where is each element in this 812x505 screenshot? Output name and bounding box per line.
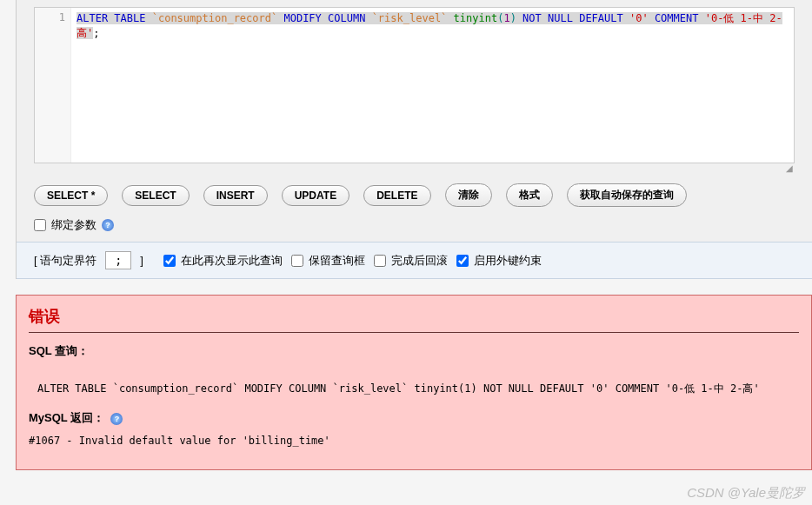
sql-query-label: SQL 查询： xyxy=(29,344,89,357)
delimiter-label-close: ] xyxy=(140,254,143,267)
fk-checkbox[interactable] xyxy=(456,255,469,267)
bind-params-label: 绑定参数 xyxy=(51,217,97,233)
error-box: 错误 SQL 查询： ALTER TABLE `consumption_reco… xyxy=(16,295,812,470)
mysql-return-label: MySQL 返回： xyxy=(29,411,104,424)
code-content[interactable]: ALTER TABLE `consumption_record` MODIFY … xyxy=(71,8,794,163)
error-sql-text: ALTER TABLE `consumption_record` MODIFY … xyxy=(37,382,799,396)
delimiter-label-open: [ 语句定界符 xyxy=(34,253,97,269)
select-button[interactable]: SELECT xyxy=(122,185,189,206)
error-message: #1067 - Invalid default value for 'billi… xyxy=(29,435,799,447)
rollback-label: 完成后回滚 xyxy=(391,253,448,269)
keep-box-checkbox[interactable] xyxy=(291,255,303,267)
options-bar: [ 语句定界符 ] 在此再次显示此查询 保留查询框 完成后回滚 启用外键约束 xyxy=(17,242,812,279)
sql-editor-panel: 1 ALTER TABLE `consumption_record` MODIF… xyxy=(17,0,812,242)
keep-box-label: 保留查询框 xyxy=(309,253,365,269)
line-gutter: 1 xyxy=(35,8,71,163)
insert-button[interactable]: INSERT xyxy=(203,185,268,206)
delete-button[interactable]: DELETE xyxy=(363,185,430,206)
update-button[interactable]: UPDATE xyxy=(282,185,349,206)
help-icon[interactable]: ? xyxy=(102,219,114,231)
rollback-checkbox[interactable] xyxy=(374,255,386,267)
clear-button[interactable]: 清除 xyxy=(445,183,492,207)
sql-button-row: SELECT * SELECT INSERT UPDATE DELETE 清除 … xyxy=(34,183,795,207)
show-again-label: 在此再次显示此查询 xyxy=(181,253,283,269)
select-star-button[interactable]: SELECT * xyxy=(34,185,108,206)
fk-label: 启用外键约束 xyxy=(474,253,542,269)
code-editor[interactable]: 1 ALTER TABLE `consumption_record` MODIF… xyxy=(34,7,795,163)
bind-params-checkbox[interactable] xyxy=(34,219,46,231)
autosave-button[interactable]: 获取自动保存的查询 xyxy=(567,183,687,207)
help-icon[interactable]: ? xyxy=(110,413,123,425)
format-button[interactable]: 格式 xyxy=(506,183,553,207)
resize-handle-icon[interactable]: ◢ xyxy=(34,163,795,173)
delimiter-input[interactable] xyxy=(105,251,131,269)
bind-params-row: 绑定参数 ? xyxy=(34,217,795,233)
error-title: 错误 xyxy=(29,306,799,333)
show-again-checkbox[interactable] xyxy=(163,255,176,267)
